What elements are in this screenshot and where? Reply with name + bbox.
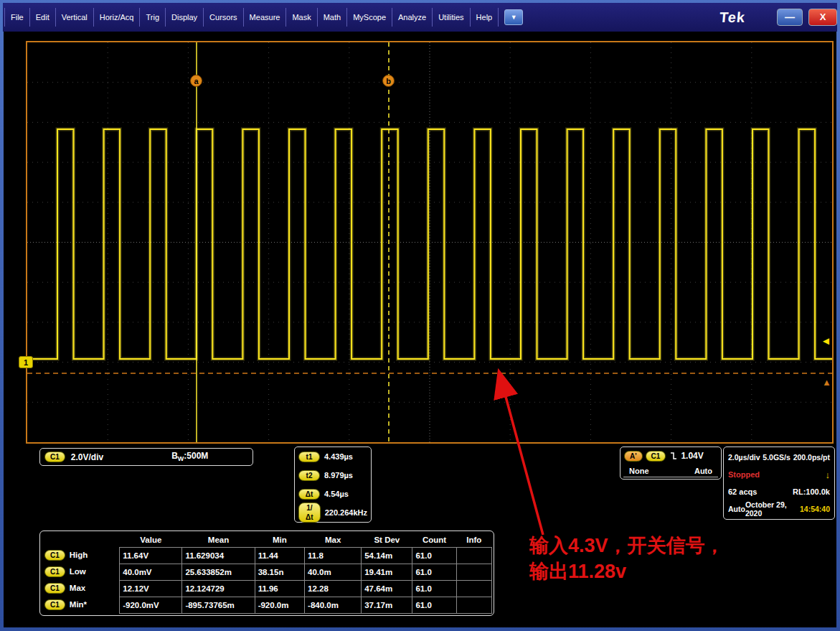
header-max: Max (305, 533, 362, 547)
channel-scale: 2.0V/div (71, 452, 103, 462)
scope-window: File Edit Vertical Horiz/Acq Trig Displa… (0, 0, 840, 631)
trigger-level: 1.04V (681, 451, 703, 461)
acq-status: Stopped (728, 470, 760, 479)
falling-edge-icon (669, 451, 678, 461)
menu-trig[interactable]: Trig (140, 8, 166, 27)
header-min: Min (255, 533, 304, 547)
inv-dt-badge: 1/Δt (298, 503, 321, 523)
t1-badge: t1 (298, 452, 320, 462)
menu-analyze[interactable]: Analyze (392, 8, 433, 27)
resolution: 200.0ps/pt (793, 453, 830, 462)
minimize-icon: — (785, 11, 795, 23)
menu-vertical[interactable]: Vertical (56, 8, 94, 27)
header-value: Value (120, 533, 182, 547)
trigger-mode-right: Auto (694, 467, 712, 475)
annotation-line1: 输入4.3V，开关信号， (529, 533, 838, 558)
t2-badge: t2 (298, 470, 320, 481)
acq-date: October 29, 2020 (745, 500, 800, 518)
menu-mask[interactable]: Mask (286, 8, 317, 27)
menu-file[interactable]: File (4, 8, 30, 27)
acq-mode: Auto (728, 505, 745, 513)
channel-bandwidth: BW:500M (171, 451, 208, 462)
trigger-a-badge: A' (624, 451, 643, 462)
sample-rate: 5.0GS/s (763, 453, 791, 462)
menu-math[interactable]: Math (318, 8, 347, 27)
cursor-t1-row: t1 4.439µs (295, 447, 371, 466)
table-row: C1Low 40.0mV 25.633852m 38.15n 40.0m 19.… (42, 564, 492, 580)
close-button[interactable]: X (808, 9, 837, 26)
t2-value: 8.979µs (324, 471, 353, 480)
menu-cursors[interactable]: Cursors (204, 8, 244, 27)
trigger-source-badge: C1 (646, 451, 666, 462)
row-channel-badge: C1 (44, 550, 65, 561)
menu-dropdown-button[interactable]: ▼ (504, 9, 523, 25)
menu-bar: File Edit Vertical Horiz/Acq Trig Displa… (3, 3, 837, 32)
t1-value: 4.439µs (324, 452, 353, 461)
table-row: C1High 11.64V 11.629034 11.44 11.8 54.14… (42, 547, 492, 564)
reference-marker-icon[interactable]: ▲ (822, 377, 831, 388)
menu-measure[interactable]: Measure (244, 8, 287, 27)
table-row: C1Max 12.12V 12.124729 11.96 12.28 47.64… (42, 580, 492, 597)
channel-badge: C1 (44, 452, 65, 462)
trigger-level-arrow-icon[interactable]: ◄ (821, 335, 831, 347)
down-arrow-icon: ↓ (826, 469, 831, 480)
header-stdev: St Dev (362, 533, 412, 547)
acq-count: 62 acqs (728, 487, 757, 496)
inv-dt-value: 220.264kHz (325, 508, 367, 517)
channel-readout-box: C1 2.0V/div BW:500M (39, 448, 253, 466)
cursor-dt-row: Δt 4.54µs (295, 485, 371, 503)
measurement-header-row: Value Mean Min Max St Dev Count Info (42, 533, 492, 547)
close-icon: X (820, 11, 826, 22)
trigger-readout-box: A' C1 1.04V None Auto (620, 447, 722, 480)
row-label: Max (70, 584, 85, 592)
annotation-arrow (473, 363, 560, 546)
channel-1-marker[interactable]: 1 (19, 356, 33, 368)
menu-display[interactable]: Display (166, 8, 204, 27)
acq-time: 14:54:40 (800, 505, 830, 513)
record-length: RL:100.0k (793, 487, 830, 496)
annotation-text: 输入4.3V，开关信号， 输出11.28v (529, 533, 838, 584)
row-label: Min* (70, 600, 87, 609)
table-row: C1Min* -920.0mV -895.73765m -920.0m -840… (42, 597, 492, 613)
timebase: 2.0µs/div (728, 453, 760, 462)
cursor-a-handle[interactable]: a (190, 75, 202, 87)
dt-badge: Δt (298, 489, 320, 500)
header-count: Count (412, 533, 456, 547)
tek-logo: Tek (719, 9, 746, 26)
cursor-b-handle[interactable]: b (382, 75, 395, 87)
annotation-line2: 输出11.28v (529, 558, 838, 584)
chevron-down-icon: ▼ (511, 14, 517, 21)
waveform-screen (26, 41, 834, 444)
cursor-readout-box: t1 4.439µs t2 8.979µs Δt 4.54µs 1/Δt 220… (294, 447, 372, 523)
menu-horiz-acq[interactable]: Horiz/Acq (94, 8, 141, 27)
dt-value: 4.54µs (324, 490, 349, 498)
row-channel-badge: C1 (44, 599, 65, 610)
menu-help[interactable]: Help (471, 8, 499, 27)
row-label: High (70, 551, 88, 559)
row-channel-badge: C1 (44, 583, 65, 594)
menu-edit[interactable]: Edit (30, 8, 56, 27)
menu-myscope[interactable]: MyScope (347, 8, 392, 27)
menu-utilities[interactable]: Utilities (433, 8, 470, 27)
header-mean: Mean (182, 533, 255, 547)
measurement-table: Value Mean Min Max St Dev Count Info C1H… (39, 530, 494, 616)
waveform-graticule (27, 42, 832, 442)
cursor-freq-row: 1/Δt 220.264kHz (295, 503, 371, 522)
minimize-button[interactable]: — (777, 9, 803, 26)
cursor-t2-row: t2 8.979µs (295, 466, 371, 485)
row-label: Low (70, 567, 86, 576)
row-channel-badge: C1 (44, 566, 65, 577)
trigger-mode-left: None (629, 467, 649, 475)
acquisition-info-box: 2.0µs/div 5.0GS/s 200.0ps/pt Stopped ↓ 6… (723, 447, 835, 520)
